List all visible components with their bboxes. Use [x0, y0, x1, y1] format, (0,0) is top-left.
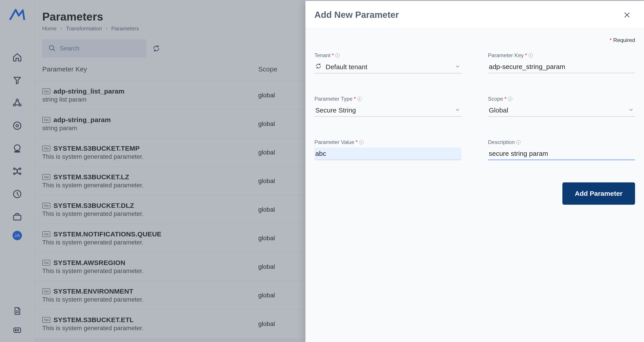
description-input[interactable] [488, 148, 635, 160]
label-parameter-key: Parameter Key [488, 52, 524, 58]
label-parameter-type: Parameter Type [314, 96, 352, 102]
field-parameter-type: Parameter Type * i Secure String [314, 96, 462, 117]
label-scope: Scope [488, 96, 503, 102]
parameter-value-input[interactable] [314, 148, 462, 160]
label-parameter-value: Parameter Value [314, 139, 354, 145]
tenant-value: Default tenant [326, 63, 368, 71]
chevron-down-icon [455, 63, 460, 71]
info-icon[interactable]: i [528, 53, 533, 58]
scope-value: Global [489, 107, 508, 114]
field-parameter-key: Parameter Key * i [488, 52, 635, 73]
add-parameter-panel: Add New Parameter * Required Tenant * i … [306, 1, 644, 342]
chevron-down-icon [455, 107, 460, 114]
chevron-down-icon [628, 107, 634, 114]
info-icon[interactable]: i [508, 97, 512, 101]
scope-select[interactable]: Global [488, 104, 635, 117]
info-icon[interactable]: i [335, 53, 340, 58]
parameter-type-value: Secure String [315, 107, 356, 114]
add-parameter-button[interactable]: Add Parameter [562, 182, 635, 205]
refresh-icon [315, 63, 322, 71]
required-note: * Required [610, 37, 635, 43]
info-icon[interactable]: i [516, 140, 520, 145]
parameter-type-select[interactable]: Secure String [314, 104, 462, 117]
field-scope: Scope * i Global [488, 96, 635, 117]
info-icon[interactable]: i [357, 97, 362, 101]
label-description: Description [488, 139, 515, 145]
parameter-key-input[interactable] [488, 61, 635, 73]
label-tenant: Tenant [314, 52, 330, 58]
tenant-select[interactable]: Default tenant [314, 61, 462, 73]
field-tenant: Tenant * i Default tenant [314, 52, 462, 73]
field-parameter-value: Parameter Value * i [314, 139, 462, 160]
info-icon[interactable]: i [359, 140, 364, 145]
required-label: Required [613, 37, 635, 43]
panel-title: Add New Parameter [314, 10, 399, 20]
close-button[interactable] [622, 10, 632, 19]
field-description: Description i [488, 139, 635, 160]
